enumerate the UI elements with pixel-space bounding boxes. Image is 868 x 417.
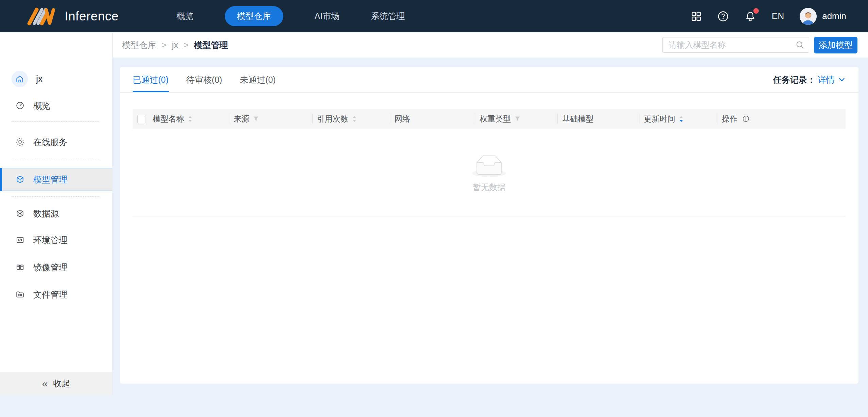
breadcrumb-separator: > — [162, 40, 167, 50]
column-label: 基础模型 — [562, 114, 594, 124]
sidebar-item-image-management[interactable]: 镜像管理 — [0, 258, 112, 277]
dashboard-icon — [16, 101, 24, 110]
data-hexagon-icon — [16, 209, 24, 218]
sidebar-project-label: jx — [36, 74, 43, 84]
table-body-divider — [133, 216, 846, 217]
task-record-label: 任务记录： — [773, 74, 816, 85]
add-model-button[interactable]: 添加模型 — [814, 37, 857, 53]
tab-label: 未通过(0) — [240, 74, 276, 85]
language-switch[interactable]: EN — [772, 11, 784, 21]
user-name: admin — [822, 11, 846, 21]
app-title: Inference — [65, 9, 119, 23]
filter-icon[interactable] — [515, 116, 520, 121]
avatar — [800, 8, 817, 25]
sidebar-item-overview[interactable]: 概览 — [0, 96, 112, 115]
column-label: 来源 — [234, 114, 249, 124]
apps-grid-icon — [691, 11, 702, 22]
info-icon[interactable] — [742, 115, 750, 123]
column-source: 来源 — [229, 109, 312, 129]
inference-logo-icon — [26, 6, 57, 26]
breadcrumb-item-project[interactable]: jx — [172, 40, 178, 50]
notification-badge-dot — [753, 8, 759, 14]
sort-icon-descending-active[interactable] — [679, 116, 683, 122]
tab-pending-review[interactable]: 待审核(0) — [186, 67, 222, 92]
nav-item-system-admin[interactable]: 系统管理 — [371, 11, 405, 22]
column-label: 引用次数 — [317, 114, 348, 124]
column-weight-type: 权重类型 — [475, 109, 557, 129]
column-label: 模型名称 — [153, 114, 184, 124]
active-tab-underline — [133, 91, 169, 92]
nav-item-overview[interactable]: 概览 — [177, 11, 194, 22]
top-navbar: Inference 概览 模型仓库 AI市场 系统管理 — [0, 0, 868, 32]
active-indicator-bar — [0, 168, 2, 191]
tabs-bar: 已通过(0) 待审核(0) 未通过(0) 任务记录： 详情 — [120, 67, 858, 93]
column-label: 操作 — [722, 114, 737, 124]
column-base-model: 基础模型 — [557, 109, 639, 129]
collapse-label: 收起 — [53, 378, 70, 389]
nav-item-model-repo[interactable]: 模型仓库 — [225, 6, 283, 26]
column-reference-count: 引用次数 — [312, 109, 390, 129]
sidebar-item-label: 环境管理 — [33, 235, 67, 246]
breadcrumb-item-current: 模型管理 — [194, 39, 228, 51]
app-logo[interactable]: Inference — [26, 6, 119, 26]
column-network: 网络 — [390, 109, 475, 129]
model-search-box — [662, 37, 809, 53]
header-actions: 添加模型 — [662, 37, 857, 53]
empty-state-text: 暂无数据 — [473, 182, 505, 193]
sidebar-divider — [12, 160, 99, 160]
sidebar-divider — [12, 121, 99, 122]
tab-rejected[interactable]: 未通过(0) — [240, 67, 276, 92]
sidebar-item-label: 在线服务 — [33, 137, 67, 148]
code-terminal-icon — [16, 236, 24, 244]
breadcrumb-item-model-repo[interactable]: 模型仓库 — [122, 39, 156, 51]
nav-item-ai-market[interactable]: AI市场 — [315, 11, 340, 22]
tab-label: 已通过(0) — [133, 74, 169, 85]
sort-icon[interactable] — [352, 116, 356, 122]
sidebar: jx 概览 在线服务 — [0, 32, 113, 395]
breadcrumb-separator: > — [184, 40, 189, 50]
notification-button[interactable] — [745, 11, 756, 22]
select-all-checkbox[interactable] — [137, 115, 146, 123]
sidebar-project[interactable]: jx — [0, 68, 112, 90]
home-icon — [12, 71, 28, 87]
sidebar-item-label: 概览 — [33, 100, 50, 111]
sort-icon[interactable] — [188, 116, 192, 122]
breadcrumb: 模型仓库 > jx > 模型管理 — [122, 39, 228, 51]
main-nav: 概览 模型仓库 AI市场 系统管理 — [177, 6, 405, 26]
service-gear-icon — [16, 138, 24, 146]
empty-state: 暂无数据 — [120, 129, 858, 193]
table-header-row: 模型名称 来源 引用次数 网络 权重类型 — [133, 109, 846, 129]
sidebar-item-label: 镜像管理 — [33, 262, 67, 273]
chevron-down-icon[interactable] — [838, 76, 846, 83]
tab-approved[interactable]: 已通过(0) — [133, 67, 169, 92]
sidebar-item-data-source[interactable]: 数据源 — [0, 204, 112, 223]
sidebar-item-label: 模型管理 — [33, 174, 67, 185]
sidebar-item-environment[interactable]: 环境管理 — [0, 230, 112, 250]
sidebar-item-label: 文件管理 — [33, 289, 67, 300]
folder-icon — [16, 290, 24, 299]
sidebar-collapse-button[interactable]: « 收起 — [0, 372, 112, 395]
filter-icon[interactable] — [253, 116, 258, 121]
navbar-right-cluster: EN admin — [691, 8, 846, 25]
column-actions: 操作 — [717, 109, 846, 129]
help-button[interactable] — [717, 11, 729, 22]
column-label: 权重类型 — [480, 114, 511, 124]
sidebar-item-online-service[interactable]: 在线服务 — [0, 132, 112, 151]
user-menu[interactable]: admin — [800, 8, 846, 25]
page-header-band: 模型仓库 > jx > 模型管理 添加模型 — [113, 32, 868, 58]
task-record-detail-link[interactable]: 详情 — [818, 74, 835, 85]
column-label: 网络 — [395, 114, 410, 124]
search-input[interactable] — [663, 40, 791, 50]
column-label: 更新时间 — [644, 114, 675, 124]
containers-icon — [16, 263, 24, 272]
task-record: 任务记录： 详情 — [773, 74, 846, 85]
cube-icon — [16, 175, 24, 184]
sidebar-item-model-management[interactable]: 模型管理 — [0, 168, 112, 191]
apps-grid-button[interactable] — [691, 11, 702, 22]
sidebar-item-file-management[interactable]: 文件管理 — [0, 285, 112, 304]
column-update-time: 更新时间 — [639, 109, 717, 129]
empty-inbox-icon — [472, 155, 506, 177]
search-icon[interactable] — [791, 40, 809, 50]
tab-label: 待审核(0) — [186, 74, 222, 85]
collapse-chevrons-icon: « — [42, 379, 48, 389]
